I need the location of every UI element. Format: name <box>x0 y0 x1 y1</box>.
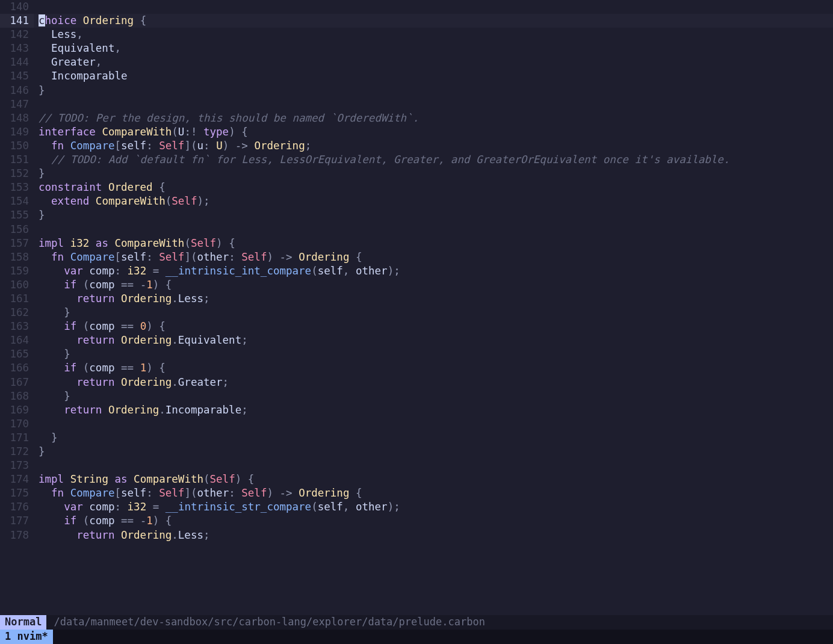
code-line[interactable]: 154 extend CompareWith(Self); <box>0 194 833 208</box>
code-line[interactable]: 172} <box>0 445 833 459</box>
code-content[interactable]: } <box>34 306 833 320</box>
tmux-status-bar[interactable]: 1 nvim* <box>0 630 833 644</box>
code-content[interactable]: constraint Ordered { <box>34 181 833 194</box>
code-content[interactable]: Greater, <box>34 55 833 69</box>
code-content[interactable]: impl String as CompareWith(Self) { <box>34 472 833 486</box>
code-content[interactable]: } <box>34 431 833 445</box>
code-content[interactable]: Equivalent, <box>34 42 833 55</box>
tmux-window-index: 1 <box>5 630 11 643</box>
code-content[interactable]: fn Compare[self: Self](other: Self) -> O… <box>34 250 833 264</box>
code-line[interactable]: 163 if (comp == 0) { <box>0 320 833 333</box>
code-content[interactable]: } <box>34 445 833 459</box>
code-line[interactable]: 156 <box>0 223 833 237</box>
code-line[interactable]: 168 } <box>0 389 833 403</box>
code-line[interactable]: 166 if (comp == 1) { <box>0 361 833 375</box>
code-content[interactable]: var comp: i32 = __intrinsic_int_compare(… <box>34 264 833 278</box>
code-content[interactable]: } <box>34 167 833 181</box>
code-line[interactable]: 150 fn Compare[self: Self](u: U) -> Orde… <box>0 139 833 153</box>
code-line[interactable]: 167 return Ordering.Greater; <box>0 376 833 389</box>
tmux-window-name: nvim* <box>17 630 48 643</box>
line-number: 156 <box>0 223 34 237</box>
tmux-window-tab[interactable]: 1 nvim* <box>0 630 53 644</box>
code-content[interactable]: } <box>34 84 833 98</box>
code-line[interactable]: 170 <box>0 417 833 431</box>
code-line[interactable]: 147 <box>0 98 833 111</box>
code-content[interactable]: } <box>34 208 833 222</box>
line-number: 157 <box>0 237 34 250</box>
code-line[interactable]: 175 fn Compare[self: Self](other: Self) … <box>0 486 833 500</box>
status-bar: Normal /data/manmeet/dev-sandbox/src/car… <box>0 615 833 630</box>
code-content[interactable]: if (comp == -1) { <box>34 278 833 292</box>
line-number: 140 <box>0 0 34 14</box>
code-line[interactable]: 153constraint Ordered { <box>0 181 833 194</box>
code-line[interactable]: 174impl String as CompareWith(Self) { <box>0 472 833 486</box>
code-line[interactable]: 173 <box>0 459 833 472</box>
code-line[interactable]: 145 Incomparable <box>0 69 833 83</box>
code-line[interactable]: 151 // TODO: Add `default fn` for Less, … <box>0 153 833 167</box>
code-line[interactable]: 140 <box>0 0 833 14</box>
code-line[interactable]: 141choice Ordering { <box>0 14 833 28</box>
code-content[interactable]: Incomparable <box>34 69 833 83</box>
code-content[interactable]: extend CompareWith(Self); <box>34 194 833 208</box>
code-line[interactable]: 177 if (comp == -1) { <box>0 514 833 528</box>
code-line[interactable]: 171 } <box>0 431 833 445</box>
line-number: 162 <box>0 306 34 320</box>
code-editor[interactable]: 140141choice Ordering {142 Less,143 Equi… <box>0 0 833 615</box>
code-line[interactable]: 148// TODO: Per the design, this should … <box>0 111 833 125</box>
code-line[interactable]: 158 fn Compare[self: Self](other: Self) … <box>0 250 833 264</box>
file-path: /data/manmeet/dev-sandbox/src/carbon-lan… <box>54 615 485 629</box>
code-content[interactable]: return Ordering.Incomparable; <box>34 403 833 417</box>
code-line[interactable]: 152} <box>0 167 833 181</box>
code-line[interactable]: 157impl i32 as CompareWith(Self) { <box>0 237 833 250</box>
code-content[interactable] <box>34 98 833 111</box>
code-content[interactable] <box>34 0 833 14</box>
code-content[interactable]: } <box>34 347 833 361</box>
code-content[interactable]: return Ordering.Equivalent; <box>34 333 833 347</box>
code-content[interactable]: Less, <box>34 28 833 42</box>
line-number: 147 <box>0 98 34 111</box>
code-line[interactable]: 142 Less, <box>0 28 833 42</box>
line-number: 149 <box>0 125 34 139</box>
code-content[interactable]: if (comp == 0) { <box>34 320 833 333</box>
code-content[interactable]: if (comp == -1) { <box>34 514 833 528</box>
code-line[interactable]: 146} <box>0 84 833 98</box>
code-line[interactable]: 178 return Ordering.Less; <box>0 528 833 542</box>
code-line[interactable]: 159 var comp: i32 = __intrinsic_int_comp… <box>0 264 833 278</box>
line-number: 161 <box>0 292 34 306</box>
code-line[interactable]: 160 if (comp == -1) { <box>0 278 833 292</box>
line-number: 158 <box>0 250 34 264</box>
code-content[interactable] <box>34 417 833 431</box>
code-content[interactable]: } <box>34 389 833 403</box>
line-number: 142 <box>0 28 34 42</box>
line-number: 144 <box>0 55 34 69</box>
code-line[interactable]: 162 } <box>0 306 833 320</box>
code-line[interactable]: 144 Greater, <box>0 55 833 69</box>
line-number: 160 <box>0 278 34 292</box>
code-line[interactable]: 169 return Ordering.Incomparable; <box>0 403 833 417</box>
line-number: 171 <box>0 431 34 445</box>
code-content[interactable]: if (comp == 1) { <box>34 361 833 375</box>
code-content[interactable]: var comp: i32 = __intrinsic_str_compare(… <box>34 500 833 514</box>
code-content[interactable] <box>34 223 833 237</box>
code-content[interactable]: choice Ordering { <box>34 14 833 28</box>
code-line[interactable]: 161 return Ordering.Less; <box>0 292 833 306</box>
code-content[interactable]: interface CompareWith(U:! type) { <box>34 125 833 139</box>
code-content[interactable]: // TODO: Per the design, this should be … <box>34 111 833 125</box>
mode-indicator: Normal <box>0 615 46 630</box>
code-content[interactable]: return Ordering.Less; <box>34 528 833 542</box>
code-content[interactable]: // TODO: Add `default fn` for Less, Less… <box>34 153 833 167</box>
code-content[interactable] <box>34 459 833 472</box>
code-content[interactable]: return Ordering.Greater; <box>34 376 833 389</box>
code-line[interactable]: 176 var comp: i32 = __intrinsic_str_comp… <box>0 500 833 514</box>
line-number: 174 <box>0 472 34 486</box>
code-line[interactable]: 143 Equivalent, <box>0 42 833 55</box>
code-content[interactable]: return Ordering.Less; <box>34 292 833 306</box>
code-line[interactable]: 155} <box>0 208 833 222</box>
code-line[interactable]: 165 } <box>0 347 833 361</box>
code-content[interactable]: fn Compare[self: Self](u: U) -> Ordering… <box>34 139 833 153</box>
code-line[interactable]: 164 return Ordering.Equivalent; <box>0 333 833 347</box>
code-line[interactable]: 149interface CompareWith(U:! type) { <box>0 125 833 139</box>
code-content[interactable]: fn Compare[self: Self](other: Self) -> O… <box>34 486 833 500</box>
line-number: 141 <box>0 14 34 28</box>
code-content[interactable]: impl i32 as CompareWith(Self) { <box>34 237 833 250</box>
